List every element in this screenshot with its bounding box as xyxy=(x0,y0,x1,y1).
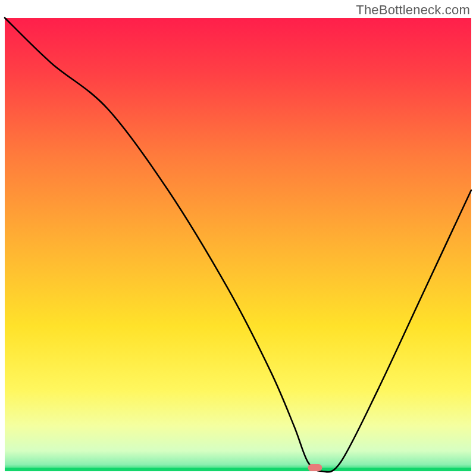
bottleneck-chart: TheBottleneck.com xyxy=(0,0,476,476)
optimal-point-marker xyxy=(308,464,322,471)
gradient-background xyxy=(5,18,471,471)
watermark-text: TheBottleneck.com xyxy=(356,2,470,18)
chart-svg xyxy=(0,0,476,476)
baseline-strip xyxy=(5,468,471,471)
